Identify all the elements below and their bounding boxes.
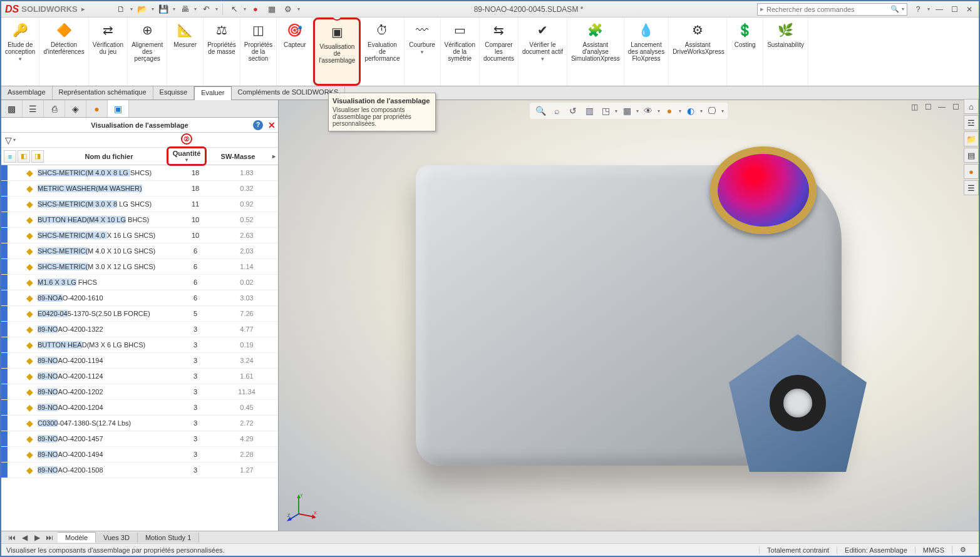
zoom-fit-icon[interactable]: 🔍 [534, 104, 547, 118]
tp-library-icon[interactable]: 📁 [964, 131, 979, 146]
cmdtab-esquisse[interactable]: Esquisse [153, 86, 195, 100]
list-item[interactable]: ◆SHCS-METRIC(M 3.0 X 12 LG SHCS)61.14 [1, 259, 278, 275]
help-icon[interactable]: ? [912, 4, 924, 15]
display-style-icon[interactable]: ▦ [620, 104, 634, 118]
save-icon[interactable]: 💾 [157, 3, 170, 16]
list-item[interactable]: ◆89-NOAO-4200-132234.77 [1, 322, 278, 337]
ribbon-section-button[interactable]: ◫Propriétésde lasection [240, 18, 277, 86]
list-item[interactable]: ◆C0300-047-1380-S(12.74 Lbs)32.72 [1, 416, 278, 431]
col-filename[interactable]: Nom du fichier [51, 153, 167, 160]
list-item[interactable]: ◆BUTTON HEAD(M3 X 6 LG BHCS)30.19 [1, 337, 278, 353]
col-more[interactable]: ▸ [269, 153, 278, 160]
ribbon-perf-button[interactable]: ⏱Evaluationdeperformance [361, 18, 404, 86]
zoom-area-icon[interactable]: ⌕ [550, 104, 564, 118]
list-item[interactable]: ◆89-NOAO-4200-145734.29 [1, 431, 278, 447]
maximize-button[interactable]: ☐ [949, 4, 960, 15]
fm-tree-tab[interactable]: ▩ [1, 100, 23, 117]
ribbon-sust-button[interactable]: 🌿Sustainability [763, 18, 808, 86]
ribbon-cost-button[interactable]: 💲Costing [727, 18, 763, 86]
col-quantity[interactable]: ② Quantité ▾ [167, 146, 207, 166]
fm-assembly-vis-tab[interactable]: ▣ [108, 100, 129, 117]
settings-icon[interactable]: ⚙ [281, 3, 295, 16]
cmdtab-représentation-schématique[interactable]: Représentation schématique [53, 86, 153, 100]
appearance-icon[interactable]: ● [663, 104, 676, 118]
cmdtab-evaluer[interactable]: Evaluer [194, 86, 231, 100]
list-item[interactable]: ◆SHCS-METRIC(M 3.0 X 8 LG SHCS)110.92 [1, 197, 278, 212]
list-item[interactable]: ◆E0420-045-1370-S(2.50 LB FORCE)57.26 [1, 306, 278, 322]
list-item[interactable]: ◆M1.6 X 3 LG FHCS60.02 [1, 275, 278, 290]
select-icon[interactable]: ↖ [227, 3, 241, 16]
list-item[interactable]: ◆89-NOAO-4200-119433.24 [1, 353, 278, 369]
search-input[interactable] [766, 6, 888, 13]
scene-icon[interactable]: ◐ [684, 104, 698, 118]
list-item[interactable]: ◆89-NOAO-4200-149432.28 [1, 447, 278, 462]
bottom-tab-vues-3d[interactable]: Vues 3D [96, 533, 138, 543]
cmdtab-assemblage[interactable]: Assemblage [1, 86, 53, 100]
bottom-tab-motion-study-1[interactable]: Motion Study 1 [138, 533, 199, 543]
fm-prop-tab[interactable]: ⎙ [44, 100, 65, 117]
ribbon-sym-button[interactable]: ▭Vérificationde lasymétrie [441, 18, 480, 86]
tab-scroll-last-icon[interactable]: ⏭ [44, 532, 55, 543]
vp-max-icon[interactable]: ☐ [950, 101, 961, 113]
tp-resources-icon[interactable]: ☲ [964, 115, 979, 130]
tp-appearances-icon[interactable]: ● [964, 164, 979, 179]
rebuild-icon[interactable]: ● [249, 3, 262, 16]
tab-scroll-prev-icon[interactable]: ◀ [19, 532, 30, 543]
ribbon-mes-button[interactable]: 📐Mesurer [167, 18, 204, 86]
ribbon-simx-button[interactable]: 🧩Assistantd'analyseSimulationXpress [567, 18, 624, 86]
list-item[interactable]: ◆89-NOAO-4200-150831.27 [1, 462, 278, 478]
tab-scroll-next-icon[interactable]: ▶ [31, 532, 43, 543]
list-item[interactable]: ◆SHCS-METRIC(M 4.0 X 8 LG SHCS)181.83 [1, 165, 278, 181]
prev-view-icon[interactable]: ↺ [566, 104, 580, 118]
options-grid-icon[interactable]: ▦ [265, 3, 279, 16]
list-item[interactable]: ◆89-NOAO-4200-120430.45 [1, 400, 278, 416]
new-icon[interactable]: 🗋 [114, 3, 128, 16]
undo-icon[interactable]: ↶ [199, 3, 213, 16]
component-list[interactable]: ◆SHCS-METRIC(M 4.0 X 8 LG SHCS)181.83◆ME… [1, 165, 278, 531]
minimize-button[interactable]: — [934, 4, 945, 15]
fm-config-tab[interactable]: ☰ [23, 100, 44, 117]
col-mass[interactable]: SW-Masse [207, 153, 269, 160]
print-icon[interactable]: 🖶 [178, 3, 192, 16]
ribbon-courb-button[interactable]: 〰Courbure▼ [405, 18, 441, 86]
ribbon-etude-button[interactable]: 🔑Etude deconception▼ [1, 18, 39, 86]
panel-help-icon[interactable]: ? [253, 120, 263, 130]
status-config-icon[interactable]: ⚙ [952, 546, 974, 554]
ribbon-interf-button[interactable]: 🔶Détectiond'interférences [39, 18, 88, 86]
list-item[interactable]: ◆89-NOAO-4200-161063.03 [1, 290, 278, 306]
view-orient-icon[interactable]: ◳ [599, 104, 612, 118]
group-icon-2[interactable]: ◨ [31, 150, 44, 163]
status-units[interactable]: MMGS [915, 546, 952, 554]
vp-min-icon[interactable]: — [936, 101, 947, 113]
ribbon-vis-button[interactable]: ①▣Visualisationdel'assemblage [313, 18, 361, 86]
orientation-triad[interactable]: Y X Z [286, 492, 317, 523]
fm-appearance-tab[interactable]: ● [86, 100, 108, 117]
fm-display-tab[interactable]: ◈ [65, 100, 86, 117]
section-view-icon[interactable]: ▥ [582, 104, 596, 118]
search-icon[interactable]: 🔍 [888, 5, 902, 13]
panel-close-icon[interactable]: ✕ [268, 120, 276, 130]
list-item[interactable]: ◆BUTTON HEAD(M4 X 10 LG BHCS)100.52 [1, 212, 278, 228]
group-icon[interactable]: ◧ [18, 150, 30, 163]
list-item[interactable]: ◆89-NOAO-4200-112431.61 [1, 369, 278, 384]
ribbon-verdoc-button[interactable]: ✔Vérifier ledocument actif▼ [518, 18, 567, 86]
tp-home-icon[interactable]: ⌂ [964, 99, 979, 114]
graphics-viewport[interactable]: 🔍 ⌕ ↺ ▥ ◳▾ ▦▾ 👁▾ ●▾ ◐▾ 🖵▾ ◫ ☐ — ☐ ✕ [279, 100, 979, 531]
ribbon-masse-button[interactable]: ⚖Propriétésde masse [204, 18, 240, 86]
ribbon-cmp-button[interactable]: ⇆Comparerlesdocuments [480, 18, 518, 86]
flat-nested-toggle[interactable]: ≡ [4, 150, 16, 163]
hide-show-icon[interactable]: 👁 [641, 104, 655, 118]
list-item[interactable]: ◆89-NOAO-4200-1202311.34 [1, 384, 278, 400]
close-button[interactable]: ✕ [964, 4, 975, 15]
tab-scroll-first-icon[interactable]: ⏮ [6, 532, 18, 543]
vp-split1-icon[interactable]: ◫ [909, 101, 920, 113]
ribbon-dwx-button[interactable]: ⚙AssistantDriveWorksXpress [669, 18, 727, 86]
ribbon-capteur-button[interactable]: 🎯Capteur [277, 18, 313, 86]
open-icon[interactable]: 📂 [135, 3, 149, 16]
ribbon-flox-button[interactable]: 💧Lancementdes analysesFloXpress [624, 18, 669, 86]
ribbon-align-button[interactable]: ⊕Alignementdesperçages [128, 18, 167, 86]
command-search[interactable]: ▸ 🔍▾ [757, 3, 907, 16]
list-item[interactable]: ◆METRIC WASHER(M4 WASHER)180.32 [1, 181, 278, 197]
bottom-tab-modèle[interactable]: Modèle [58, 532, 96, 543]
view-settings-icon[interactable]: 🖵 [705, 104, 719, 118]
